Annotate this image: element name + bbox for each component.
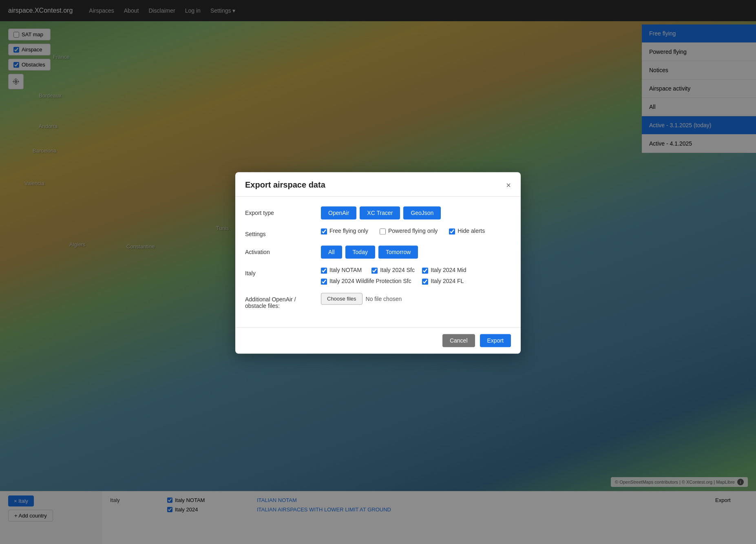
settings-label: Settings <box>245 228 314 237</box>
no-file-label: No file chosen <box>366 296 402 302</box>
italy-items-grid: Italy NOTAM Italy 2024 Sfc Italy 2024 Mi… <box>321 267 466 285</box>
additional-files-controls: Choose files No file chosen <box>321 293 402 305</box>
italy-wildlife-label: Italy 2024 Wildlife Protection Sfc <box>329 278 411 284</box>
activation-row: Activation All Today Tomorrow <box>245 245 511 259</box>
italy-2024-mid-item[interactable]: Italy 2024 Mid <box>422 267 466 274</box>
modal-title: Export airspace data <box>245 180 325 190</box>
openair-button[interactable]: OpenAir <box>321 206 356 219</box>
powered-flying-toggle[interactable]: Powered flying only <box>380 228 438 234</box>
export-modal: Export airspace data × Export type OpenA… <box>235 172 521 354</box>
settings-row: Settings Free flying only Powered flying… <box>245 228 511 237</box>
italy-2024-fl-checkbox[interactable] <box>422 279 428 285</box>
modal-body: Export type OpenAir XC Tracer GeoJson Se… <box>235 197 521 327</box>
italy-2024-mid-checkbox[interactable] <box>422 268 428 274</box>
export-type-label: Export type <box>245 206 314 216</box>
export-type-row: Export type OpenAir XC Tracer GeoJson <box>245 206 511 219</box>
additional-files-row: Additional OpenAir / obstacle files: Cho… <box>245 293 511 309</box>
additional-files-label: Additional OpenAir / obstacle files: <box>245 293 314 309</box>
italy-2024-sfc-label: Italy 2024 Sfc <box>380 267 415 273</box>
export-type-controls: OpenAir XC Tracer GeoJson <box>321 206 441 219</box>
italy-2024-sfc-checkbox[interactable] <box>371 268 378 274</box>
free-flying-checkbox[interactable] <box>321 228 327 234</box>
activation-controls: All Today Tomorrow <box>321 245 418 259</box>
italy-notam-item[interactable]: Italy NOTAM <box>321 267 365 274</box>
hide-alerts-checkbox[interactable] <box>449 228 455 234</box>
italy-2024-fl-item[interactable]: Italy 2024 FL <box>422 278 466 285</box>
free-flying-toggle[interactable]: Free flying only <box>321 228 368 234</box>
activation-tomorrow-button[interactable]: Tomorrow <box>378 245 418 259</box>
modal-footer: Cancel Export <box>235 327 521 354</box>
geojson-button[interactable]: GeoJson <box>403 206 441 219</box>
cancel-button[interactable]: Cancel <box>442 334 475 347</box>
export-button[interactable]: Export <box>480 334 511 347</box>
activation-label: Activation <box>245 245 314 255</box>
italy-wildlife-item[interactable]: Italy 2024 Wildlife Protection Sfc <box>321 278 416 285</box>
powered-flying-checkbox[interactable] <box>380 228 386 234</box>
italy-wildlife-checkbox[interactable] <box>321 279 327 285</box>
italy-label: Italy <box>245 267 314 276</box>
free-flying-label: Free flying only <box>329 228 368 234</box>
hide-alerts-toggle[interactable]: Hide alerts <box>449 228 485 234</box>
italy-row: Italy Italy NOTAM Italy 2024 Sfc Italy 2… <box>245 267 511 285</box>
italy-2024-mid-label: Italy 2024 Mid <box>431 267 466 273</box>
modal-close-button[interactable]: × <box>506 181 511 189</box>
activation-today-button[interactable]: Today <box>345 245 375 259</box>
italy-notam-checkbox[interactable] <box>321 268 327 274</box>
modal-header: Export airspace data × <box>235 172 521 197</box>
choose-files-button[interactable]: Choose files <box>321 293 363 305</box>
italy-2024-fl-label: Italy 2024 FL <box>431 278 464 284</box>
activation-all-button[interactable]: All <box>321 245 342 259</box>
settings-controls: Free flying only Powered flying only Hid… <box>321 228 485 234</box>
powered-flying-label: Powered flying only <box>388 228 438 234</box>
italy-2024-sfc-item[interactable]: Italy 2024 Sfc <box>371 267 416 274</box>
italy-notam-label: Italy NOTAM <box>329 267 362 273</box>
xc-tracer-button[interactable]: XC Tracer <box>360 206 400 219</box>
hide-alerts-label: Hide alerts <box>458 228 485 234</box>
